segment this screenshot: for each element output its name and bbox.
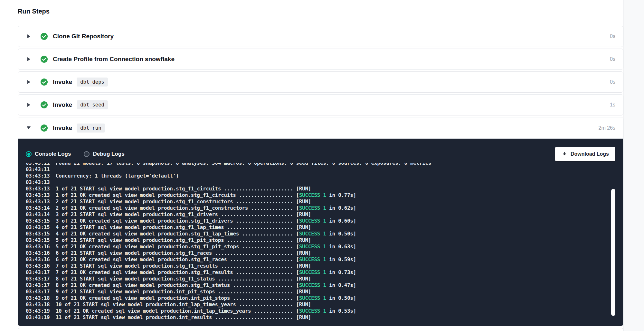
run-step-4[interactable]: Invoke dbt seed 1s: [18, 94, 623, 115]
log-message: Found 21 models, 17 tests, 0 snapshots, …: [56, 163, 431, 166]
caret-icon[interactable]: [27, 80, 30, 84]
log-timestamp: 03:43:18: [26, 301, 56, 308]
step-label: Invoke: [53, 124, 72, 132]
log-line: 03:43:13 Concurrency: 1 threads (target=…: [26, 173, 615, 179]
success-check-icon: [41, 124, 48, 132]
caret-icon[interactable]: [27, 57, 30, 61]
download-logs-label: Download Logs: [571, 151, 609, 157]
log-message: 4 of 21 START sql view model production.…: [56, 224, 311, 231]
step-duration: 0s: [610, 79, 615, 85]
log-timestamp: 03:43:15: [26, 218, 56, 224]
log-timestamp: 03:43:17: [26, 289, 56, 295]
log-timestamp: 03:43:17: [26, 282, 56, 289]
console-logs-label: Console Logs: [35, 151, 71, 157]
log-timestamp: 03:43:13: [26, 192, 56, 198]
caret-box: [26, 80, 31, 84]
log-line: 03:43:15 4 of 21 START sql view model pr…: [26, 224, 615, 231]
console-log-area[interactable]: 03:43:11 Found 21 models, 17 tests, 0 sn…: [26, 163, 615, 322]
caret-box: [26, 34, 31, 38]
step-duration: 0s: [610, 33, 615, 39]
log-line: 03:43:17 8 of 21 START sql view model pr…: [26, 276, 615, 282]
caret-icon[interactable]: [27, 34, 30, 38]
log-timestamp: 03:43:11: [26, 163, 56, 166]
log-message: 1 of 21 START sql view model production.…: [56, 186, 311, 192]
step-duration: 2m 26s: [599, 125, 615, 131]
log-message: 3 of 21 START sql view model production.…: [56, 211, 311, 218]
log-message: 5 of 21 OK created sql view model produc…: [56, 244, 356, 250]
step-label: Invoke: [53, 78, 72, 86]
log-message: Concurrency: 1 threads (target='default'…: [56, 173, 179, 179]
step-label: Create Profile from Connection snowflake: [53, 56, 175, 63]
log-timestamp: 03:43:16: [26, 244, 56, 250]
caret-icon[interactable]: [27, 103, 30, 107]
log-message: 6 of 21 START sql view model production.…: [56, 250, 311, 256]
log-message: 8 of 21 START sql view model production.…: [56, 276, 311, 282]
radio-selected-icon: [26, 151, 32, 157]
log-line: 03:43:17 8 of 21 OK created sql view mod…: [26, 282, 615, 289]
log-line: 03:43:14 2 of 21 OK created sql view mod…: [26, 205, 615, 211]
run-steps-page: Run Steps Clone Git Repository 0s Create…: [18, 0, 623, 331]
download-logs-button[interactable]: Download Logs: [555, 147, 615, 161]
step-duration: 0s: [610, 56, 615, 62]
debug-logs-label: Debug Logs: [93, 151, 124, 157]
log-timestamp: 03:43:13: [26, 173, 56, 179]
console-scrollbar[interactable]: [611, 189, 615, 316]
caret-box: [26, 103, 31, 107]
log-timestamp: 03:43:19: [26, 314, 56, 321]
log-message: 9 of 21 START sql view model production.…: [56, 289, 311, 295]
log-timestamp: 03:43:17: [26, 276, 56, 282]
log-message: 2 of 21 OK created sql view model produc…: [56, 205, 356, 211]
log-message: 3 of 21 OK created sql view model produc…: [56, 218, 356, 224]
log-message: 7 of 21 OK created sql view model produc…: [56, 269, 356, 276]
log-line: 03:43:18 9 of 21 OK created sql view mod…: [26, 295, 615, 301]
run-step-5[interactable]: Invoke dbt run 2m 26s: [18, 117, 623, 139]
log-message: 6 of 21 OK created sql view model produc…: [56, 256, 356, 263]
step-command-chip: dbt run: [77, 124, 105, 133]
run-step-3[interactable]: Invoke dbt deps 0s: [18, 71, 623, 93]
log-timestamp: 03:43:17: [26, 269, 56, 276]
log-line: 03:43:13 1 of 21 START sql view model pr…: [26, 186, 615, 192]
log-message: 1 of 21 OK created sql view model produc…: [56, 192, 356, 198]
log-message: 9 of 21 OK created sql view model produc…: [56, 295, 356, 301]
log-line: 03:43:15 5 of 21 START sql view model pr…: [26, 237, 615, 244]
download-icon: [562, 151, 567, 157]
log-line: 03:43:11: [26, 166, 615, 173]
page-title: Run Steps: [18, 7, 623, 16]
caret-icon[interactable]: [27, 126, 31, 129]
log-timestamp: 03:43:16: [26, 256, 56, 263]
caret-box: [26, 126, 31, 129]
step-duration: 1s: [610, 102, 615, 108]
log-timestamp: 03:43:18: [26, 295, 56, 301]
run-step-2[interactable]: Create Profile from Connection snowflake…: [18, 49, 623, 70]
success-check-icon: [41, 33, 48, 40]
run-steps-list: Clone Git Repository 0s Create Profile f…: [18, 26, 623, 326]
log-timestamp: 03:43:13: [26, 198, 56, 205]
log-message: 11 of 21 START sql view model production…: [56, 314, 311, 321]
log-line: 03:43:16 6 of 21 START sql view model pr…: [26, 250, 615, 256]
expanded-step-group: Invoke dbt run 2m 26s Console Logs Debug…: [18, 117, 623, 326]
console-logs-radio[interactable]: Console Logs: [26, 151, 71, 157]
step-label: Invoke: [53, 101, 72, 108]
caret-box: [26, 57, 31, 61]
log-message: 7 of 21 START sql view model production.…: [56, 263, 311, 269]
debug-logs-radio[interactable]: Debug Logs: [84, 151, 124, 157]
log-line: 03:43:19 11 of 21 START sql view model p…: [26, 314, 615, 321]
success-check-icon: [41, 56, 48, 63]
console-toolbar: Console Logs Debug Logs Download Logs: [18, 139, 623, 161]
log-line: 03:43:11 Found 21 models, 17 tests, 0 sn…: [26, 163, 615, 166]
log-timestamp: 03:43:11: [26, 166, 56, 173]
run-step-1[interactable]: Clone Git Repository 0s: [18, 26, 623, 47]
log-timestamp: 03:43:13: [26, 186, 56, 192]
log-line: 03:43:13 1 of 21 OK created sql view mod…: [26, 192, 615, 198]
step-command-chip: dbt seed: [77, 100, 108, 109]
log-line: 03:43:17 7 of 21 OK created sql view mod…: [26, 269, 615, 276]
console-log-lines: 03:43:11 Found 21 models, 17 tests, 0 sn…: [26, 163, 615, 321]
page-right-gutter: [623, 0, 644, 331]
log-timestamp: 03:43:14: [26, 205, 56, 211]
radio-unselected-icon: [84, 151, 90, 157]
log-message: 10 of 21 START sql view model production…: [56, 301, 311, 308]
log-line: 03:43:16 7 of 21 START sql view model pr…: [26, 263, 615, 269]
step-label: Clone Git Repository: [53, 33, 114, 40]
success-check-icon: [41, 101, 48, 108]
log-message: 10 of 21 OK created sql view model produ…: [56, 308, 356, 314]
